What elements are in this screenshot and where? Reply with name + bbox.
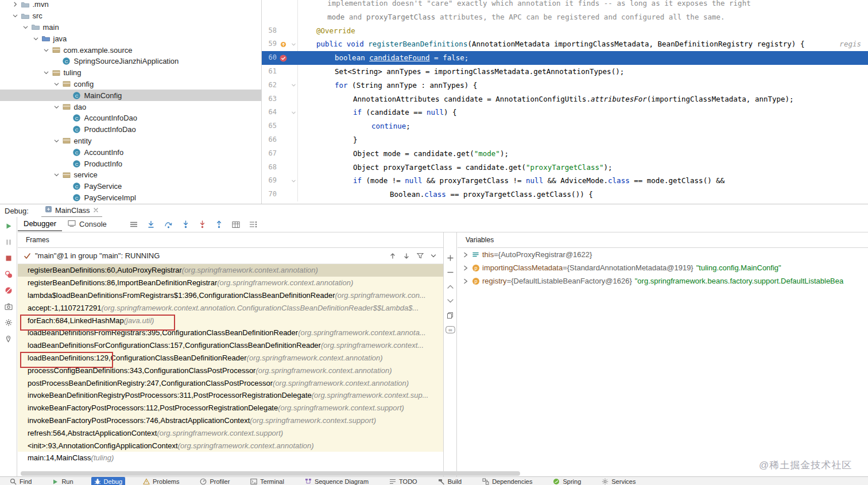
fold-icon[interactable] bbox=[289, 106, 297, 119]
fold-icon[interactable] bbox=[289, 37, 297, 51]
tree-item-payserviceimpl[interactable]: CPayServiceImpl bbox=[0, 192, 261, 204]
step-out-icon[interactable] bbox=[215, 220, 223, 228]
code-line-58[interactable]: 58@Override bbox=[262, 24, 868, 38]
arrow-up-icon[interactable] bbox=[389, 253, 396, 259]
frame-row-refresh-564[interactable]: refresh:564, AbstractApplicationContext … bbox=[18, 426, 443, 439]
line-number[interactable]: 66 bbox=[264, 133, 277, 147]
statusbar-item-find[interactable]: Find bbox=[7, 477, 34, 485]
frame-row-postprocessbeandefinitionregistry-247[interactable]: postProcessBeanDefinitionRegistry:247, C… bbox=[18, 377, 443, 389]
code-editor[interactable]: implementation doesn't "care" exactly wh… bbox=[262, 0, 868, 201]
line-number[interactable]: 63 bbox=[264, 92, 277, 106]
tree-item-src[interactable]: src bbox=[0, 10, 261, 22]
statusbar-item-terminal[interactable]: Terminal bbox=[247, 477, 287, 485]
frame-row-registerbeandefinitions-86[interactable]: registerBeanDefinitions:86, ImportBeanDe… bbox=[18, 277, 443, 289]
chevron-down-icon[interactable] bbox=[10, 13, 20, 19]
chevron-down-icon[interactable] bbox=[41, 47, 51, 53]
code-line-65[interactable]: 65continue; bbox=[262, 119, 868, 133]
statusbar-item-profiler[interactable]: Profiler bbox=[197, 477, 232, 485]
frame-row-lambda-loadbeandefinitionsfromregistrars-1-396[interactable]: lambda$loadBeanDefinitionsFromRegistrars… bbox=[18, 289, 443, 302]
code-line-68[interactable]: 68Object proxyTargetClass = candidate.ge… bbox=[262, 161, 868, 174]
tree-item-com-example-source[interactable]: com.example.source bbox=[0, 44, 261, 56]
statusbar-item-debug[interactable]: Debug bbox=[91, 477, 125, 485]
chevron-down-icon[interactable] bbox=[31, 36, 41, 42]
pin-icon[interactable] bbox=[0, 331, 17, 347]
breakpoint-icon[interactable] bbox=[277, 51, 289, 65]
frame-row-invokebeanfactorypostprocessors-746[interactable]: invokeBeanFactoryPostProcessors:746, Abs… bbox=[18, 414, 443, 427]
code-line-62[interactable]: 62for (String annType : annTypes) { bbox=[262, 79, 868, 92]
code-line-67[interactable]: 67Object mode = candidate.get("mode"); bbox=[262, 147, 868, 161]
statusbar-item-build[interactable]: Build bbox=[435, 477, 464, 485]
line-number[interactable]: 67 bbox=[264, 147, 277, 161]
tree-item-tuling[interactable]: tuling bbox=[0, 67, 261, 79]
line-number[interactable]: 70 bbox=[264, 188, 277, 201]
statusbar-item-sequence-diagram[interactable]: Sequence Diagram bbox=[302, 477, 371, 485]
tree-item-accountinfodao[interactable]: CAccountInfoDao bbox=[0, 112, 261, 124]
chevron-down-icon[interactable] bbox=[52, 81, 61, 87]
resume-icon[interactable] bbox=[0, 218, 17, 234]
tree-item-springsourcejianzhiapplication[interactable]: CSpringSourceJianzhiApplication bbox=[0, 56, 261, 67]
line-number[interactable]: 61 bbox=[264, 65, 277, 79]
line-number[interactable]: 69 bbox=[264, 174, 277, 188]
tab-console[interactable]: Console bbox=[62, 218, 113, 231]
statusbar-item-todo[interactable]: TODO bbox=[386, 477, 420, 485]
add-watch-icon[interactable] bbox=[447, 251, 454, 265]
tab-debugger[interactable]: Debugger bbox=[18, 218, 62, 231]
evaluate-icon[interactable]: ∞ bbox=[445, 323, 455, 337]
tree-item-entity[interactable]: entity bbox=[0, 135, 261, 147]
fold-icon[interactable] bbox=[289, 79, 297, 92]
var-chevron-icon[interactable] bbox=[461, 265, 470, 271]
frame-row-loadbeandefinitionsforconfigurationclass-157[interactable]: loadBeanDefinitionsForConfigurationClass… bbox=[18, 339, 443, 352]
line-number[interactable]: 68 bbox=[264, 161, 277, 174]
remove-watch-icon[interactable] bbox=[447, 265, 454, 280]
code-line-66[interactable]: 66} bbox=[262, 133, 868, 147]
horizontal-scrollbar[interactable] bbox=[21, 471, 520, 476]
settings-gear-icon[interactable] bbox=[0, 315, 17, 331]
arrow-down-icon[interactable] bbox=[403, 253, 410, 259]
code-line-61[interactable]: 61Set<String> annTypes = importingClassM… bbox=[262, 65, 868, 79]
copy-icon[interactable] bbox=[447, 308, 454, 323]
line-number[interactable]: 59 bbox=[264, 37, 277, 51]
code-line-70[interactable]: 70Boolean.class == proxyTargetClass.getC… bbox=[262, 188, 868, 201]
var-chevron-icon[interactable] bbox=[461, 278, 470, 284]
line-number[interactable]: 65 bbox=[264, 119, 277, 133]
force-step-into-icon[interactable] bbox=[199, 220, 206, 228]
code-comment-line[interactable]: mode and proxyTargetClass attributes, th… bbox=[262, 10, 868, 24]
statusbar-item-spring[interactable]: Spring bbox=[550, 477, 584, 485]
statusbar-item-problems[interactable]: Problems bbox=[140, 477, 182, 485]
thread-selector[interactable]: "main"@1 in group "main": RUNNING bbox=[18, 248, 443, 264]
tree-item-mvn[interactable]: .mvn bbox=[0, 0, 261, 10]
frame-row-invokebeanfactorypostprocessors-112[interactable]: invokeBeanFactoryPostProcessors:112, Pos… bbox=[18, 402, 443, 414]
scroll-up-icon[interactable] bbox=[447, 280, 454, 294]
statusbar-item-services[interactable]: Services bbox=[599, 477, 638, 485]
settings-list-icon[interactable] bbox=[249, 221, 257, 228]
chevron-down-icon[interactable] bbox=[52, 172, 61, 178]
code-line-59[interactable]: 59public void registerBeanDefinitions(An… bbox=[262, 37, 868, 51]
tree-item-java[interactable]: java bbox=[0, 33, 261, 44]
chevron-down-icon[interactable] bbox=[431, 254, 436, 258]
line-number[interactable] bbox=[264, 0, 277, 10]
variable-row-this[interactable]: this = {AutoProxyRegistrar@1622} bbox=[458, 248, 868, 261]
line-number[interactable] bbox=[264, 10, 277, 24]
hamburger-icon[interactable] bbox=[130, 221, 138, 228]
step-over-icon[interactable] bbox=[164, 220, 173, 228]
view-as-table-icon[interactable] bbox=[232, 221, 240, 228]
statusbar-item-dependencies[interactable]: Dependencies bbox=[479, 477, 535, 485]
tab-mainclass[interactable]: MainClass bbox=[41, 204, 102, 218]
chevron-down-icon[interactable] bbox=[21, 24, 30, 30]
line-number[interactable]: 58 bbox=[264, 24, 277, 38]
close-icon[interactable] bbox=[93, 206, 99, 215]
frame-row-accept-1[interactable]: accept:-1, 1107217291 (org.springframewo… bbox=[18, 301, 443, 314]
chevron-down-icon[interactable] bbox=[52, 104, 61, 110]
stop-icon[interactable] bbox=[0, 250, 17, 266]
line-number[interactable]: 60 bbox=[264, 51, 277, 65]
tree-item-service[interactable]: service bbox=[0, 169, 261, 181]
code-line-64[interactable]: 64if (candidate == null) { bbox=[262, 106, 868, 119]
chevron-down-icon[interactable] bbox=[41, 69, 51, 76]
code-line-60[interactable]: 60boolean candidateFound = false; bbox=[262, 51, 868, 65]
line-number[interactable]: 64 bbox=[264, 106, 277, 119]
mute-breakpoints-icon[interactable] bbox=[0, 282, 17, 298]
tree-item-mainconfig[interactable]: CMainConfig bbox=[0, 90, 261, 101]
view-breakpoints-icon[interactable] bbox=[0, 266, 17, 282]
tree-item-config[interactable]: config bbox=[0, 79, 261, 90]
frame-row-registerbeandefinitions-60[interactable]: registerBeanDefinitions:60, AutoProxyReg… bbox=[18, 264, 443, 277]
